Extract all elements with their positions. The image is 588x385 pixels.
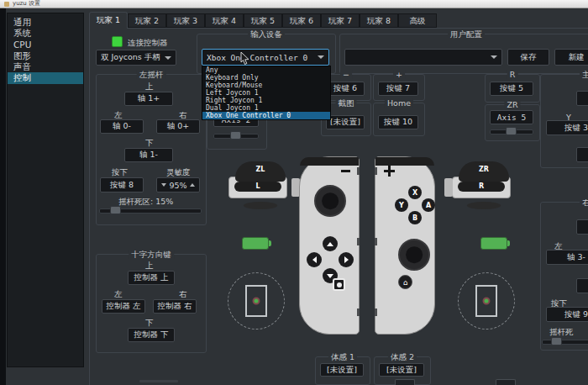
zl-threshold-slider[interactable]	[213, 131, 259, 140]
user-profile-combo[interactable]	[344, 49, 502, 66]
dropdown-option-any[interactable]: Any	[202, 66, 330, 74]
connect-controller-checkbox[interactable]	[112, 36, 123, 47]
tab-player-5[interactable]: 玩家 5	[244, 13, 282, 28]
input-device-combo[interactable]: Xbox One Controller 0	[202, 49, 329, 66]
zl-trigger-illustration: ZL	[235, 161, 286, 182]
dpad-right-button[interactable]: 控制器 右	[153, 299, 197, 314]
minus-group-label: −	[340, 70, 352, 79]
left-stick-left-button[interactable]: 轴 0-	[100, 119, 144, 134]
chevron-down-icon	[165, 56, 171, 60]
left-stick-down-button[interactable]: 轴 1-	[124, 148, 173, 162]
zr-threshold-slider[interactable]	[490, 127, 533, 135]
dpad-up-icon	[323, 236, 338, 251]
left-battery-icon	[242, 237, 269, 250]
right-stick-partial-right-button[interactable]	[576, 278, 588, 293]
tab-player-6[interactable]: 玩家 6	[282, 13, 321, 28]
left-stick-group-label: 左摇杆	[137, 70, 166, 79]
sidebar-item-graphics[interactable]: 图形	[8, 50, 83, 61]
motion-2-mapping-button[interactable]: [未设置]	[379, 363, 424, 377]
input-device-value: Xbox One Controller 0	[207, 53, 307, 62]
save-profile-button[interactable]: 保存	[507, 49, 549, 66]
left-shoulder-illustration: ZL L	[228, 161, 292, 210]
dpad-down-button[interactable]: 控制器 下	[128, 328, 175, 342]
r-mapping-button[interactable]: 按键 5	[490, 82, 533, 96]
connect-controller-label: 连接控制器	[128, 38, 168, 49]
motion-1-group-label: 体感 1	[328, 352, 357, 361]
y-button-icon: Y	[395, 198, 408, 212]
plus-button-icon	[384, 170, 395, 172]
right-stick-left-button[interactable]: 轴 3-	[546, 250, 588, 265]
controller-type-combo[interactable]: 双 Joycons 手柄	[96, 50, 176, 66]
right-stick-press-button[interactable]: 按键 9	[546, 307, 588, 322]
tab-player-4[interactable]: 玩家 4	[205, 13, 244, 28]
home-mapping-button[interactable]: 按键 10	[378, 115, 418, 129]
motion-2-group-label: 体感 2	[388, 352, 417, 361]
user-profile-group-label: 用户配置	[448, 29, 485, 39]
tab-player-8[interactable]: 玩家 8	[360, 13, 398, 28]
left-stick-right-button[interactable]: 轴 0+	[156, 119, 200, 134]
right-motion-dot	[483, 298, 491, 305]
right-stick-group-label: 右	[580, 198, 588, 207]
y-mapping-button[interactable]: 按键 3	[546, 120, 588, 135]
slider-handle[interactable]	[110, 206, 121, 214]
x-button-icon: X	[408, 186, 422, 199]
dropdown-option-keyboard-mouse[interactable]: Keyboard/Mouse	[202, 82, 330, 89]
capture-button-icon	[333, 278, 345, 291]
face-button-partial-bottom[interactable]	[576, 147, 588, 162]
sidebar-item-audio[interactable]: 声音	[8, 61, 83, 72]
dropdown-option-keyboard-only[interactable]: Keyboard Only	[202, 74, 330, 82]
clipped-button[interactable]	[496, 379, 516, 385]
left-stick-up-button[interactable]: 轴 1+	[124, 92, 173, 106]
rail-notch	[357, 167, 360, 175]
left-stick-cap	[322, 192, 339, 209]
left-arrow-icon	[312, 256, 317, 263]
clipped-button[interactable]	[395, 379, 415, 385]
sidebar-item-cpu[interactable]: CPU	[8, 40, 83, 50]
face-button-partial-top[interactable]	[576, 91, 588, 106]
window-titlebar[interactable]: yuzu 设置	[0, 0, 588, 8]
chevron-down-icon	[491, 55, 497, 59]
tab-player-3[interactable]: 玩家 3	[166, 13, 205, 28]
dropdown-option-right-joycon[interactable]: Right Joycon 1	[202, 97, 330, 104]
plus-mapping-button[interactable]: 按键 7	[378, 82, 418, 96]
right-joycon-illustration: X Y A B ⌂	[375, 156, 435, 335]
sidebar-item-controls[interactable]: 控制	[8, 72, 83, 83]
left-motion-rect	[245, 285, 267, 317]
left-joycon-stick	[314, 185, 346, 217]
left-stick-sensitivity-spinner[interactable]: 95%	[156, 177, 200, 192]
right-joycon-top-rail	[375, 157, 434, 166]
dropdown-option-xbox-controller[interactable]: Xbox One Controller 0	[202, 112, 330, 119]
tab-player-7[interactable]: 玩家 7	[321, 13, 360, 28]
tab-player-1[interactable]: 玩家 1	[89, 12, 128, 29]
motion-1-mapping-button[interactable]: [未设置]	[320, 363, 364, 377]
sidebar-item-system[interactable]: 系统	[8, 28, 83, 39]
dropdown-option-left-joycon[interactable]: Left Joycon 1	[202, 89, 330, 97]
dpad-up-button[interactable]: 控制器 上	[128, 271, 175, 285]
slider-handle[interactable]	[506, 127, 517, 135]
right-stick-cap	[406, 246, 423, 263]
slider-handle[interactable]	[551, 337, 562, 345]
minus-mapping-button[interactable]: 按键 6	[326, 82, 365, 96]
spinner-increase-icon[interactable]	[190, 183, 195, 187]
spinner-decrease-icon[interactable]	[161, 183, 166, 187]
zr-mapping-button[interactable]: Axis 5	[490, 110, 533, 124]
right-stick-deadzone-slider[interactable]	[542, 337, 588, 345]
new-profile-button[interactable]: 新建	[554, 49, 588, 66]
input-device-dropdown: Any Keyboard Only Keyboard/Mouse Left Jo…	[202, 66, 331, 120]
tab-player-2[interactable]: 玩家 2	[128, 13, 166, 28]
dpad-left-button[interactable]: 控制器 左	[102, 299, 145, 314]
dropdown-option-dual-joycon[interactable]: Dual Joycon 1	[202, 104, 330, 112]
sidebar-item-general[interactable]: 通用	[8, 17, 83, 28]
right-stick-partial-up-button[interactable]	[576, 219, 588, 235]
left-stick-press-button[interactable]: 按键 8	[100, 177, 144, 192]
a-button-icon: A	[422, 198, 435, 212]
left-stick-sensitivity-value: 95%	[169, 181, 186, 190]
left-stick-deadzone-slider[interactable]	[99, 206, 202, 214]
left-motion-dot	[253, 298, 260, 305]
yuzu-settings-window: yuzu 设置 通用 系统 CPU 图形 声音 控制 玩家 1 玩家 2 玩家 …	[0, 0, 588, 385]
slider-handle[interactable]	[230, 131, 241, 140]
l-bumper-illustration: L	[234, 182, 281, 192]
tab-advanced[interactable]: 高级	[398, 13, 437, 28]
screenshot-mapping-button[interactable]: [未设置]	[326, 115, 365, 129]
right-shoulder-strap	[467, 202, 501, 209]
